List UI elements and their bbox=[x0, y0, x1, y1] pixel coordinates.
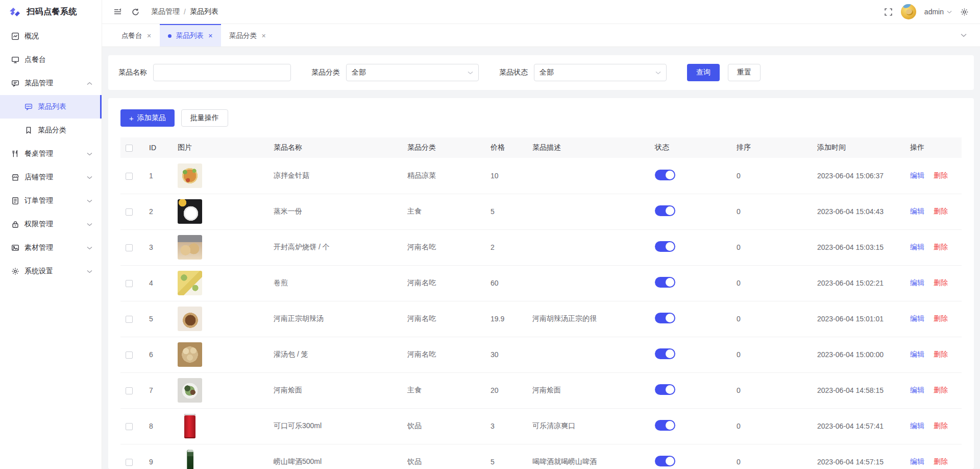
refresh-icon[interactable] bbox=[131, 8, 140, 16]
edit-link[interactable]: 编辑 bbox=[910, 171, 924, 179]
status-toggle[interactable] bbox=[655, 348, 675, 359]
status-toggle[interactable] bbox=[655, 241, 675, 252]
edit-link[interactable]: 编辑 bbox=[910, 421, 924, 430]
row-checkbox[interactable] bbox=[126, 423, 133, 430]
status-toggle[interactable] bbox=[655, 456, 675, 466]
sidebar-item-permission-management[interactable]: 权限管理 bbox=[0, 213, 102, 236]
cell-time: 2023-06-04 14:57:15 bbox=[812, 444, 905, 469]
batch-operation-button[interactable]: 批量操作 bbox=[181, 109, 228, 127]
row-checkbox[interactable] bbox=[126, 173, 133, 180]
reset-button[interactable]: 重置 bbox=[728, 64, 761, 81]
cell-price: 10 bbox=[485, 158, 527, 194]
chevron-down-icon bbox=[87, 246, 92, 250]
sidebar-item-order-desk[interactable]: 点餐台 bbox=[0, 48, 102, 72]
close-icon[interactable]: ✕ bbox=[147, 33, 152, 39]
edit-link[interactable]: 编辑 bbox=[910, 207, 924, 215]
collapse-sidebar-icon[interactable] bbox=[113, 8, 122, 16]
user-avatar[interactable] bbox=[901, 4, 916, 19]
tab-label: 菜品分类 bbox=[229, 31, 257, 40]
close-icon[interactable]: ✕ bbox=[261, 33, 266, 39]
tab-label: 点餐台 bbox=[121, 31, 142, 40]
delete-link[interactable]: 删除 bbox=[934, 421, 948, 430]
cell-sort: 0 bbox=[731, 372, 812, 408]
sidebar-item-order-management[interactable]: 订单管理 bbox=[0, 189, 102, 213]
close-icon[interactable]: ✕ bbox=[208, 33, 213, 39]
cell-price: 5 bbox=[485, 194, 527, 229]
sidebar-menu: 概况 点餐台 菜品管理 菜品列表 菜品分类 餐桌管理 店铺管理 bbox=[0, 24, 102, 283]
sidebar-item-shop-management[interactable]: 店铺管理 bbox=[0, 166, 102, 189]
edit-link[interactable]: 编辑 bbox=[910, 386, 924, 394]
cell-time: 2023-06-04 15:02:21 bbox=[812, 265, 905, 301]
sidebar-item-material-management[interactable]: 素材管理 bbox=[0, 236, 102, 260]
sidebar-item-dish-management[interactable]: 菜品管理 bbox=[0, 72, 102, 95]
row-checkbox[interactable] bbox=[126, 459, 133, 466]
cell-time: 2023-06-04 14:58:15 bbox=[812, 372, 905, 408]
table-row: 6 灌汤包 / 笼 河南名吃 30 0 2023-06-04 15:00:00 … bbox=[120, 337, 962, 372]
status-toggle[interactable] bbox=[655, 384, 675, 395]
chevron-down-icon bbox=[87, 152, 92, 156]
dish-category-select[interactable]: 全部 bbox=[346, 64, 479, 81]
cell-desc: 河南胡辣汤正宗的很 bbox=[527, 301, 650, 337]
dish-name-input[interactable] bbox=[153, 64, 291, 81]
tab-order-desk[interactable]: 点餐台 ✕ bbox=[113, 24, 160, 46]
cell-price: 60 bbox=[485, 265, 527, 301]
settings-gear-icon[interactable] bbox=[960, 8, 969, 16]
edit-link[interactable]: 编辑 bbox=[910, 314, 924, 322]
chevron-up-icon bbox=[87, 82, 92, 85]
sidebar-item-system-settings[interactable]: 系统设置 bbox=[0, 260, 102, 283]
sidebar-item-dish-list[interactable]: 菜品列表 bbox=[0, 95, 102, 119]
row-checkbox[interactable] bbox=[126, 351, 133, 359]
delete-link[interactable]: 删除 bbox=[934, 457, 948, 465]
select-all-checkbox[interactable] bbox=[126, 145, 133, 152]
tab-dish-list[interactable]: 菜品列表 ✕ bbox=[160, 24, 221, 46]
status-toggle[interactable] bbox=[655, 205, 675, 216]
dish-list-icon bbox=[24, 103, 33, 111]
breadcrumb-parent[interactable]: 菜品管理 bbox=[151, 7, 180, 16]
status-toggle[interactable] bbox=[655, 170, 675, 180]
cell-price: 5 bbox=[485, 444, 527, 469]
row-checkbox[interactable] bbox=[126, 316, 133, 323]
filter-dish-name: 菜品名称 bbox=[118, 64, 291, 81]
delete-link[interactable]: 删除 bbox=[934, 314, 948, 322]
row-checkbox[interactable] bbox=[126, 208, 133, 216]
cell-desc bbox=[527, 265, 650, 301]
delete-link[interactable]: 删除 bbox=[934, 350, 948, 358]
add-dish-button[interactable]: + 添加菜品 bbox=[120, 109, 175, 127]
search-button[interactable]: 查询 bbox=[687, 64, 720, 81]
dish-status-select[interactable]: 全部 bbox=[534, 64, 667, 81]
row-checkbox[interactable] bbox=[126, 244, 133, 251]
edit-link[interactable]: 编辑 bbox=[910, 243, 924, 251]
delete-link[interactable]: 删除 bbox=[934, 207, 948, 215]
gear-icon bbox=[11, 267, 19, 275]
delete-link[interactable]: 删除 bbox=[934, 243, 948, 251]
sidebar-item-overview[interactable]: 概况 bbox=[0, 25, 102, 48]
cell-dish-name: 开封高炉烧饼 / 个 bbox=[268, 229, 402, 265]
tab-list-dropdown[interactable] bbox=[947, 24, 980, 46]
chevron-down-icon bbox=[961, 33, 967, 37]
status-toggle[interactable] bbox=[655, 277, 675, 288]
monitor-icon bbox=[11, 56, 19, 64]
sidebar-item-dish-category[interactable]: 菜品分类 bbox=[0, 119, 102, 142]
cell-sort: 0 bbox=[731, 229, 812, 265]
column-header-image: 图片 bbox=[173, 137, 268, 158]
cell-desc bbox=[527, 158, 650, 194]
edit-link[interactable]: 编辑 bbox=[910, 350, 924, 358]
tab-dish-category[interactable]: 菜品分类 ✕ bbox=[221, 24, 274, 46]
sidebar-item-label: 点餐台 bbox=[24, 55, 92, 64]
status-toggle[interactable] bbox=[655, 313, 675, 323]
delete-link[interactable]: 删除 bbox=[934, 386, 948, 394]
row-checkbox[interactable] bbox=[126, 280, 133, 287]
sidebar-item-table-management[interactable]: 餐桌管理 bbox=[0, 142, 102, 166]
cell-sort: 0 bbox=[731, 194, 812, 229]
fullscreen-icon[interactable] bbox=[884, 8, 893, 16]
table-header-row: ID 图片 菜品名称 菜品分类 价格 菜品描述 状态 排序 添加时间 操作 bbox=[120, 137, 962, 158]
edit-link[interactable]: 编辑 bbox=[910, 278, 924, 287]
cell-price: 19.9 bbox=[485, 301, 527, 337]
user-menu[interactable]: admin bbox=[924, 8, 952, 16]
delete-link[interactable]: 删除 bbox=[934, 171, 948, 179]
chevron-down-icon bbox=[87, 199, 92, 203]
delete-link[interactable]: 删除 bbox=[934, 278, 948, 287]
edit-link[interactable]: 编辑 bbox=[910, 457, 924, 465]
row-checkbox[interactable] bbox=[126, 387, 133, 394]
status-toggle[interactable] bbox=[655, 420, 675, 431]
